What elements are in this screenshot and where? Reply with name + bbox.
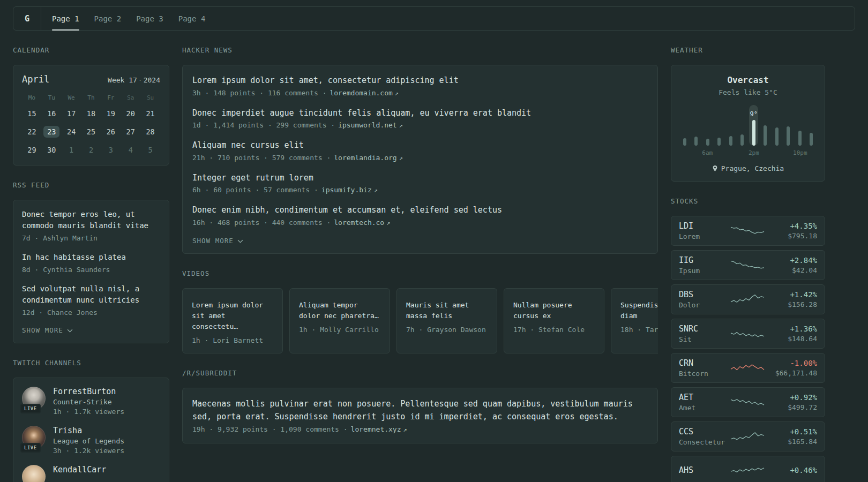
stock-sparkline [730, 326, 765, 341]
calendar-day[interactable]: 24 [63, 126, 79, 138]
weather-location-text: Prague, Czechia [721, 164, 784, 172]
weather-widget: Overcast Feels like 5°C 9° 6am 2pm 10pm [671, 65, 825, 182]
hn-item-title[interactable]: Donec enim nibh, condimentum et accumsan… [192, 204, 648, 216]
stock-price: $148.64 [767, 335, 817, 343]
channel-avatar: LIVE [22, 426, 46, 449]
calendar-day-next-month[interactable]: 1 [65, 144, 77, 156]
tab-page-2[interactable]: Page 2 [94, 7, 122, 30]
rss-item-title[interactable]: Donec tempor eros leo, ut commodo mauris… [22, 209, 160, 232]
calendar-day-next-month[interactable]: 2 [85, 144, 97, 156]
hn-show-more-button[interactable]: SHOW MORE [192, 237, 243, 245]
weather-bar [764, 125, 767, 146]
hn-meta-text: 21h · 710 points · 579 comments · [192, 154, 331, 162]
stock-symbol: CRN [679, 358, 728, 368]
calendar-day[interactable]: 19 [103, 108, 119, 119]
video-title[interactable]: Lorem ipsum dolor sit amet consectetu… [192, 300, 273, 332]
hn-domain-link[interactable]: loremdomain.com [330, 89, 392, 97]
hn-item-title[interactable]: Integer eget rutrum lorem [192, 172, 648, 184]
app-logo[interactable]: G [13, 7, 41, 30]
chevron-down-icon [67, 329, 73, 333]
section-title-calendar: CALENDAR [13, 46, 169, 54]
calendar-day-next-month[interactable]: 4 [125, 144, 137, 156]
stock-row[interactable]: CRNBitcorn -1.00%$66,171.48 [671, 353, 825, 383]
calendar-widget: April Week 17·2024 Mo Tu We Th Fr Sa Su … [13, 65, 169, 165]
reddit-domain-link[interactable]: loremnet.xyz [351, 425, 401, 433]
stock-name: Ipsum [679, 267, 728, 275]
calendar-day[interactable]: 20 [123, 108, 139, 119]
calendar-day[interactable]: 30 [43, 144, 59, 156]
hn-domain-link[interactable]: ipsumworld.net [338, 121, 397, 129]
video-title[interactable]: Nullam posuere cursus ex [513, 300, 595, 321]
stock-row[interactable]: IIGIpsum +2.84%$42.04 [671, 250, 825, 280]
hn-item: Lorem ipsum dolor sit amet, consectetur … [192, 74, 648, 97]
time-label: 10pm [793, 149, 807, 156]
twitch-channel-row[interactable]: LIVE Trisha League of Legends 3h · 1.2k … [22, 426, 160, 455]
stock-sparkline [730, 292, 765, 307]
calendar-day[interactable]: 25 [83, 126, 99, 138]
weather-condition: Overcast [680, 75, 816, 85]
calendar-day[interactable]: 18 [83, 108, 99, 119]
video-title[interactable]: Aliquam tempor dolor nec pharetra… [299, 300, 380, 321]
stock-row[interactable]: DBSDolor +1.42%$156.28 [671, 284, 825, 314]
separator-dot: · [137, 76, 144, 84]
time-label: 2pm [749, 149, 759, 156]
calendar-day[interactable]: 27 [123, 126, 139, 138]
calendar-day-next-month[interactable]: 3 [105, 144, 117, 156]
weather-current-temp: 9° [750, 110, 757, 118]
calendar-day-selected[interactable]: 23 [43, 126, 59, 138]
calendar-day[interactable]: 26 [103, 126, 119, 138]
rss-item-title[interactable]: Sed volutpat nulla nisl, a condimentum n… [22, 283, 160, 306]
hn-item: Donec enim nibh, condimentum et accumsan… [192, 204, 648, 227]
rss-item: In hac habitasse platea 8d · Cynthia Sau… [22, 252, 160, 274]
rss-item-title[interactable]: In hac habitasse platea [22, 252, 160, 263]
stock-row[interactable]: AETAmet +0.92%$499.72 [671, 387, 825, 417]
calendar-year: 2024 [144, 76, 160, 84]
calendar-day[interactable]: 16 [43, 108, 59, 119]
stock-symbol: CCS [679, 427, 728, 436]
weather-bar [706, 139, 709, 146]
hn-domain-link[interactable]: ipsumify.biz [321, 186, 372, 194]
calendar-day-next-month[interactable]: 5 [145, 144, 156, 156]
reddit-post-title[interactable]: Maecenas mollis pulvinar erat non posuer… [192, 397, 648, 423]
stock-row[interactable]: CCSConsectetur +0.51%$165.84 [671, 421, 825, 451]
tab-page-4[interactable]: Page 4 [178, 7, 206, 30]
section-title-hacker-news: HACKER NEWS [182, 46, 658, 54]
tab-page-3[interactable]: Page 3 [136, 7, 163, 30]
calendar-day[interactable]: 21 [142, 108, 158, 119]
calendar-day[interactable]: 15 [24, 108, 40, 119]
calendar-day[interactable]: 28 [142, 126, 158, 138]
hn-meta-text: 1d · 1,414 points · 299 comments · [192, 121, 335, 129]
stock-row[interactable]: LDILorem +4.35%$795.18 [671, 216, 825, 246]
hn-item-title[interactable]: Aliquam nec cursus elit [192, 139, 648, 152]
calendar-day[interactable]: 17 [63, 108, 79, 119]
stock-row[interactable]: SNRCSit +1.36%$148.64 [671, 319, 825, 349]
external-link-icon: ↗ [386, 219, 390, 227]
stock-sparkline [730, 223, 765, 238]
hn-item-title[interactable]: Donec imperdiet augue tincidunt felis al… [192, 107, 648, 119]
stock-price: $795.18 [767, 232, 817, 240]
hn-item-meta: 1d · 1,414 points · 299 comments ·ipsumw… [192, 121, 648, 129]
twitch-channel-row[interactable]: LIVE KendallCarr [22, 465, 160, 482]
weekday-label: Tu [48, 94, 55, 101]
external-link-icon: ↗ [399, 154, 403, 162]
stock-row[interactable]: AHS +0.46% [671, 456, 825, 482]
weather-bar [740, 134, 744, 146]
stock-symbol: SNRC [679, 324, 728, 334]
stock-sparkline [730, 258, 765, 273]
weather-bar [717, 138, 721, 146]
video-title[interactable]: Mauris sit amet massa felis [406, 300, 488, 321]
rss-show-more-button[interactable]: SHOW MORE [22, 326, 73, 334]
left-column: CALENDAR April Week 17·2024 Mo Tu We Th … [13, 31, 169, 482]
video-title[interactable]: Suspendisse potenti diam [620, 300, 658, 321]
hn-item-title[interactable]: Lorem ipsum dolor sit amet, consectetur … [192, 74, 648, 87]
stock-sparkline [730, 463, 765, 478]
weather-location: Prague, Czechia [680, 164, 816, 172]
stock-price: $156.28 [767, 300, 817, 308]
section-title-twitch: TWITCH CHANNELS [13, 359, 169, 367]
tab-page-1[interactable]: Page 1 [52, 7, 79, 30]
calendar-day[interactable]: 29 [24, 144, 40, 156]
hn-domain-link[interactable]: loremlandia.org [334, 154, 396, 162]
calendar-day[interactable]: 22 [24, 126, 40, 138]
twitch-channel-row[interactable]: LIVE ForrestBurton Counter-Strike 1h · 1… [22, 387, 160, 416]
hn-domain-link[interactable]: loremtech.co [334, 219, 384, 227]
